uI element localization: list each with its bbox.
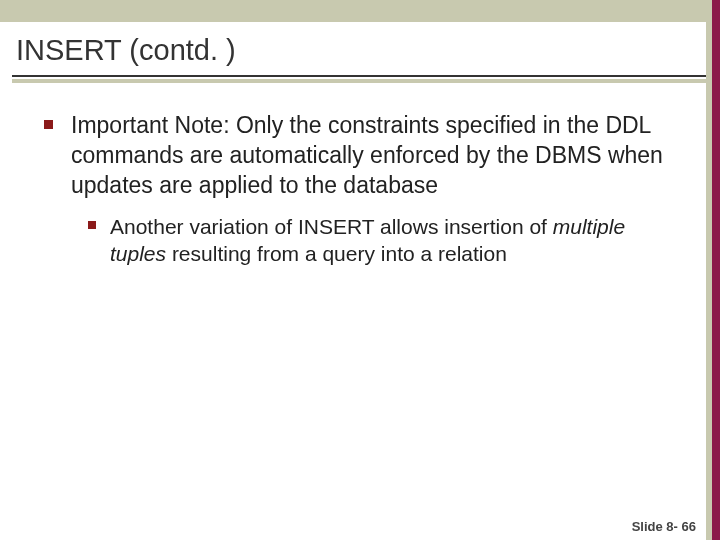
bullet-text: Important Note: Only the constraints spe… — [71, 111, 684, 201]
content-area: Important Note: Only the constraints spe… — [0, 83, 720, 267]
slide-number: Slide 8- 66 — [632, 519, 696, 534]
right-stripe-dark — [712, 0, 720, 540]
sub-bullet-text: Another variation of INSERT allows inser… — [110, 213, 684, 268]
top-band — [0, 0, 720, 22]
sub-bullet-row: Another variation of INSERT allows inser… — [88, 213, 684, 268]
title-area: INSERT (contd. ) — [0, 22, 720, 75]
square-bullet-icon — [44, 120, 53, 129]
square-bullet-icon — [88, 221, 96, 229]
sub-text-post: resulting from a query into a relation — [166, 242, 507, 265]
divider-line — [12, 75, 708, 77]
sub-text-pre: Another variation of INSERT allows inser… — [110, 215, 553, 238]
slide-title: INSERT (contd. ) — [16, 34, 704, 67]
bullet-row: Important Note: Only the constraints spe… — [44, 111, 684, 201]
